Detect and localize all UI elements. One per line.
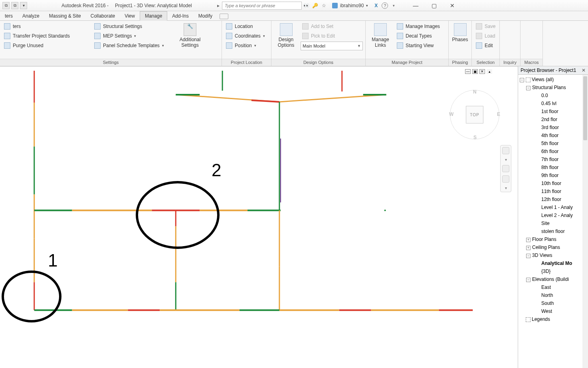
- tab-collaborate[interactable]: Collaborate: [86, 12, 120, 20]
- tree-item[interactable]: {3D}: [518, 267, 588, 275]
- star-icon[interactable]: ☆: [321, 2, 327, 9]
- tree-item[interactable]: 3rd floor: [518, 123, 588, 131]
- help-caret-icon[interactable]: ▾: [390, 2, 397, 9]
- tab-manage[interactable]: Manage: [140, 11, 167, 21]
- tree-item[interactable]: 0.0: [518, 92, 588, 99]
- tree-item[interactable]: 12th floor: [518, 195, 588, 203]
- nav-zoom-icon[interactable]: [502, 175, 509, 183]
- btn-additional-settings[interactable]: 🔧 Additional Settings: [175, 22, 205, 49]
- tab-analyze[interactable]: Analyze: [18, 12, 44, 20]
- inquiry-icon-1[interactable]: [506, 24, 515, 33]
- tree-item[interactable]: 4th floor: [518, 131, 588, 139]
- close-button[interactable]: ✕: [443, 0, 461, 11]
- btn-partial-left-top[interactable]: ters: [2, 22, 90, 30]
- btn-mep-settings[interactable]: MEP Settings: [93, 32, 172, 40]
- nav-pan-icon[interactable]: [502, 165, 509, 172]
- tree-floor-plans[interactable]: +Floor Plans: [518, 235, 588, 243]
- tree-elevations[interactable]: −Elevations (Buildi: [518, 275, 588, 283]
- collapse-icon[interactable]: −: [526, 254, 531, 258]
- btn-decal-types[interactable]: Decal Types: [395, 32, 441, 40]
- maximize-button[interactable]: ▢: [425, 0, 443, 11]
- tree-item[interactable]: West: [518, 307, 588, 315]
- tab-add-ins[interactable]: Add-Ins: [167, 12, 193, 20]
- project-browser-close-icon[interactable]: ✕: [582, 68, 586, 73]
- tab-view[interactable]: View: [120, 12, 140, 20]
- btn-selection-edit[interactable]: Edit: [474, 42, 497, 50]
- design-option-combo[interactable]: Main Model ▼: [301, 42, 363, 50]
- key-icon[interactable]: 🔑: [312, 2, 319, 9]
- btn-purge-unused[interactable]: Purge Unused: [2, 42, 90, 50]
- canvas-arrow-up-icon[interactable]: ▴: [487, 69, 492, 74]
- btn-design-options[interactable]: Design Options: [274, 22, 298, 49]
- tree-legends[interactable]: Legends: [518, 315, 588, 323]
- tree-item[interactable]: 8th floor: [518, 163, 588, 171]
- tree-item-active[interactable]: Analytical Mo: [518, 259, 588, 267]
- macro-icon-2[interactable]: [527, 36, 536, 45]
- tree-item[interactable]: 2nd flor: [518, 115, 588, 123]
- model-canvas[interactable]: — ▣ ✕ ▴ TOP N S E W ▾ ▾ 1 2: [0, 66, 518, 368]
- viewcube-west[interactable]: W: [449, 111, 453, 117]
- btn-starting-view[interactable]: Starting View: [395, 42, 441, 50]
- btn-coordinates[interactable]: Coordinates: [224, 32, 267, 40]
- tree-item[interactable]: 7th floor: [518, 155, 588, 163]
- expand-icon[interactable]: +: [526, 246, 531, 250]
- collapse-icon[interactable]: −: [526, 86, 531, 90]
- qat-icon-2[interactable]: ⧉: [11, 2, 18, 9]
- tab-partial-left[interactable]: ters: [0, 12, 18, 20]
- tree-item[interactable]: 1st floor: [518, 107, 588, 115]
- browser-scrollbar[interactable]: [582, 75, 588, 368]
- tree-item[interactable]: 6th floor: [518, 147, 588, 155]
- tab-massing-site[interactable]: Massing & Site: [44, 12, 86, 20]
- tree-item[interactable]: East: [518, 283, 588, 291]
- tab-modify[interactable]: Modify: [194, 12, 217, 20]
- tree-views[interactable]: −Views (all): [518, 76, 588, 84]
- btn-phases[interactable]: Phases: [451, 22, 470, 43]
- scrollbar-thumb[interactable]: [583, 76, 587, 140]
- tree-item[interactable]: Site: [518, 219, 588, 227]
- btn-location[interactable]: Location: [224, 22, 267, 30]
- canvas-close-icon[interactable]: ✕: [479, 69, 485, 74]
- tree-structural-plans[interactable]: −Structural Plans: [518, 84, 588, 92]
- btn-manage-links[interactable]: Manage Links: [368, 22, 393, 49]
- collapse-icon[interactable]: −: [526, 278, 531, 282]
- viewcube-south[interactable]: S: [473, 135, 477, 140]
- tree-3d-views[interactable]: −3D Views: [518, 251, 588, 259]
- btn-position[interactable]: Position: [224, 42, 267, 50]
- inquiry-icon-2[interactable]: [506, 36, 515, 45]
- btn-panel-schedule[interactable]: Panel Schedule Templates: [93, 42, 172, 50]
- tree-ceiling-plans[interactable]: +Ceiling Plans: [518, 243, 588, 251]
- viewcube-north[interactable]: N: [473, 89, 477, 95]
- drawing-canvas[interactable]: [0, 67, 518, 368]
- btn-transfer-standards[interactable]: Transfer Project Standards: [2, 32, 90, 40]
- help-icon[interactable]: ?: [382, 2, 388, 9]
- project-browser-header[interactable]: Project Browser - Project1 ✕: [518, 66, 588, 75]
- user-account[interactable]: ibrahimo90 ▾: [329, 3, 371, 8]
- view-cube[interactable]: TOP N S E W: [450, 90, 499, 139]
- tree-item[interactable]: stolen floor: [518, 227, 588, 235]
- minimize-button[interactable]: —: [406, 0, 425, 11]
- expand-icon[interactable]: +: [526, 238, 531, 242]
- macro-icon-1[interactable]: [527, 24, 536, 33]
- btn-structural-settings[interactable]: Structural Settings: [93, 22, 172, 30]
- exchange-icon[interactable]: X: [373, 2, 379, 9]
- tree-item[interactable]: South: [518, 299, 588, 307]
- search-play-icon[interactable]: ▸: [216, 3, 221, 8]
- tree-item[interactable]: Level 1 - Analy: [518, 203, 588, 211]
- btn-manage-images[interactable]: Manage Images: [395, 22, 441, 30]
- binoculars-icon[interactable]: 👀: [303, 2, 310, 9]
- tree-item[interactable]: 11th floor: [518, 187, 588, 195]
- ribbon-extra-icon[interactable]: [220, 14, 228, 19]
- viewcube-face-top[interactable]: TOP: [466, 106, 483, 123]
- tree-item[interactable]: North: [518, 291, 588, 299]
- nav-wheel-icon[interactable]: [502, 147, 509, 154]
- collapse-icon[interactable]: −: [520, 78, 524, 82]
- tree-item[interactable]: Level 2 - Analy: [518, 211, 588, 219]
- tree-item[interactable]: 0.45 lvl: [518, 99, 588, 107]
- viewcube-east[interactable]: E: [497, 111, 500, 117]
- search-input[interactable]: [222, 2, 302, 10]
- project-browser-tree[interactable]: −Views (all) −Structural Plans 0.0 0.45 …: [518, 76, 588, 323]
- qat-icon-3[interactable]: ▾: [20, 2, 27, 9]
- tree-item[interactable]: 5th floor: [518, 139, 588, 147]
- qat-icon-1[interactable]: ⧉: [2, 2, 10, 9]
- canvas-restore-icon[interactable]: ▣: [472, 69, 478, 74]
